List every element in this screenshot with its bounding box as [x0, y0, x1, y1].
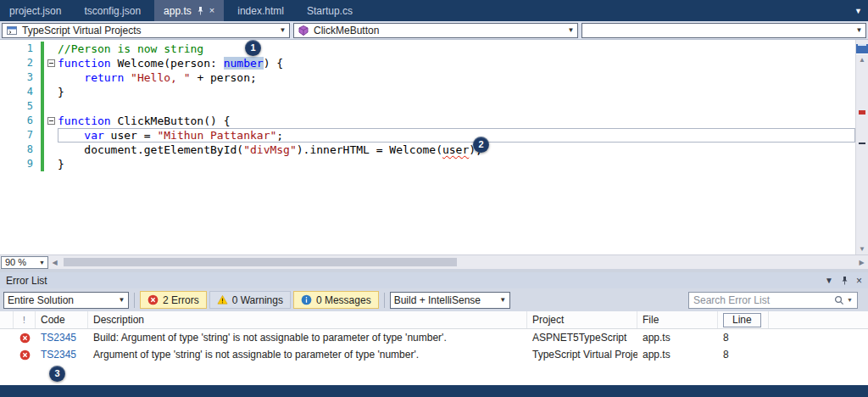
code-line[interactable]: 2function Welcome(person: number) { — [0, 56, 855, 70]
outlining-margin — [44, 157, 58, 171]
code-text: return "Hello, " + person; — [58, 70, 855, 85]
collapse-icon[interactable] — [47, 59, 55, 67]
description-column-header[interactable]: Description — [88, 311, 527, 328]
member-dropdown[interactable]: ClickMeButton ▼ — [293, 23, 578, 38]
toolbar-separator — [134, 293, 135, 308]
severity-column-header[interactable]: ! — [14, 311, 36, 328]
outlining-margin — [44, 85, 58, 99]
close-icon[interactable]: × — [209, 6, 214, 15]
row-filler — [769, 346, 868, 363]
pin-icon[interactable] — [197, 7, 204, 15]
error-icon — [14, 346, 36, 363]
error-list-title: Error List — [6, 275, 47, 287]
member-detail-dropdown[interactable]: ▼ — [581, 23, 866, 38]
tab-startup-cs[interactable]: Startup.cs — [298, 0, 362, 21]
scroll-down-icon[interactable]: ▼ — [856, 243, 868, 254]
code-line[interactable]: 1//Person is now string — [0, 42, 855, 56]
zoom-dropdown[interactable]: 90 % ▼ — [1, 256, 48, 269]
code-editor[interactable]: 1//Person is now string2function Welcome… — [0, 40, 868, 254]
code-line[interactable]: 5 — [0, 99, 855, 114]
code-line[interactable]: 9} — [0, 157, 855, 171]
line-number: 1 — [0, 42, 41, 56]
outlining-margin — [44, 128, 58, 143]
search-placeholder: Search Error List — [693, 294, 770, 306]
tab-label: app.ts — [164, 5, 192, 17]
callout-badge-3: 3 — [49, 366, 65, 382]
error-file: app.ts — [637, 346, 718, 363]
tab-label: index.html — [237, 5, 284, 17]
tab-tsconfig-json[interactable]: tsconfig.json — [75, 0, 150, 21]
tab-list-chevron-icon[interactable]: ▼ — [854, 0, 862, 21]
line-number: 2 — [0, 56, 41, 70]
code-line[interactable]: 7 var user = "Mithun Pattankar"; — [0, 128, 855, 143]
error-line: 8 — [718, 329, 769, 346]
row-gutter-column — [0, 311, 14, 328]
messages-filter-button[interactable]: 0 Messages — [293, 291, 379, 309]
scrollbar-error-marker — [859, 110, 865, 115]
member-dropdown-label: ClickMeButton — [314, 25, 379, 36]
error-list-empty-area: 3 — [0, 363, 868, 385]
editor-horizontal-scrollbar[interactable]: ◀ ▶ — [48, 255, 868, 269]
pin-icon[interactable] — [841, 277, 849, 285]
scroll-left-icon[interactable]: ◀ — [48, 255, 61, 269]
code-rows: 1//Person is now string2function Welcome… — [0, 40, 855, 254]
vs-window: project.jsontsconfig.jsonapp.ts×index.ht… — [0, 0, 868, 397]
outlining-margin — [44, 56, 58, 70]
chevron-down-icon: ▼ — [115, 293, 128, 308]
scroll-right-icon[interactable]: ▶ — [855, 255, 868, 269]
error-icon — [14, 329, 36, 346]
code-text: function ClickMeButton() { — [58, 114, 855, 128]
collapse-icon[interactable] — [47, 117, 55, 125]
line-number: 8 — [0, 143, 41, 157]
warning-icon — [217, 294, 228, 305]
code-line[interactable]: 8 document.getElementById("divMsg").inne… — [0, 143, 855, 157]
error-row[interactable]: TS2345Build: Argument of type 'string' i… — [0, 329, 868, 346]
error-project: TypeScript Virtual Projects — [527, 346, 637, 363]
error-description: Build: Argument of type 'string' is not … — [88, 329, 527, 346]
code-text: var user = "Mithun Pattankar"; — [58, 128, 855, 143]
chevron-down-icon: ▼ — [276, 24, 289, 37]
row-gutter — [0, 346, 14, 363]
chevron-down-icon: ▼ — [36, 260, 47, 266]
editor-vertical-scrollbar[interactable]: ▲ ▼ — [855, 40, 868, 254]
chevron-down-icon: ▼ — [853, 24, 865, 37]
code-line[interactable]: 4} — [0, 85, 855, 99]
project-dropdown[interactable]: TypeScript Virtual Projects ▼ — [2, 23, 290, 38]
error-list-titlebar: Error List ▼ × — [0, 272, 868, 288]
code-text — [58, 99, 855, 114]
row-filler — [769, 329, 868, 346]
tab-app-ts[interactable]: app.ts× — [154, 0, 224, 21]
code-text: } — [58, 157, 855, 171]
horizontal-scroll-thumb[interactable] — [64, 258, 457, 266]
source-dropdown[interactable]: Build + IntelliSense ▼ — [390, 292, 510, 309]
scope-dropdown[interactable]: Entire Solution ▼ — [3, 292, 129, 309]
code-text: } — [58, 85, 855, 99]
line-number: 7 — [0, 128, 41, 143]
chevron-down-icon: ▼ — [497, 293, 509, 308]
scrollbar-caret-marker — [859, 143, 865, 144]
scroll-up-icon[interactable]: ▲ — [856, 54, 868, 65]
split-window-handle[interactable] — [856, 44, 868, 54]
tab-index-html[interactable]: index.html — [228, 0, 293, 21]
toolbar-separator — [384, 293, 385, 308]
line-column-header[interactable]: Line — [718, 311, 769, 328]
code-line[interactable]: 6function ClickMeButton() { — [0, 114, 855, 128]
window-position-icon[interactable]: ▼ — [825, 276, 833, 285]
outlining-margin — [44, 114, 58, 128]
file-column-header[interactable]: File — [637, 311, 718, 328]
line-number: 4 — [0, 85, 41, 99]
code-line[interactable]: 3 return "Hello, " + person; — [0, 70, 855, 85]
tab-label: tsconfig.json — [84, 5, 141, 17]
code-column-header[interactable]: Code — [36, 311, 88, 328]
tab-project-json[interactable]: project.json — [0, 0, 70, 21]
warnings-filter-label: 0 Warnings — [232, 294, 283, 306]
warnings-filter-button[interactable]: 0 Warnings — [209, 291, 291, 309]
code-text: //Person is now string — [58, 42, 855, 56]
method-icon — [298, 25, 309, 36]
error-search-input[interactable]: Search Error List ▼ — [688, 292, 858, 309]
errors-filter-button[interactable]: 2 Errors — [140, 291, 207, 309]
error-table-header: ! Code Description Project File Line — [0, 311, 868, 329]
close-icon[interactable]: × — [856, 275, 862, 287]
project-column-header[interactable]: Project — [527, 311, 637, 328]
error-row[interactable]: TS2345Argument of type 'string' is not a… — [0, 346, 868, 363]
